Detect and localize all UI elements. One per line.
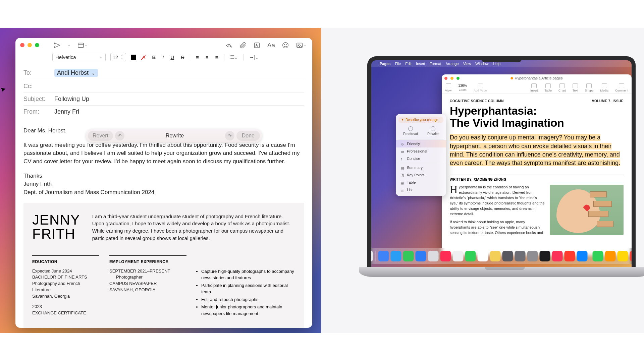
cc-field[interactable]: Cc: xyxy=(23,80,304,93)
from-field[interactable]: From: Jenny Fri xyxy=(23,106,304,118)
menubar-item[interactable]: Arrange xyxy=(445,62,459,66)
minimize-button[interactable] xyxy=(450,77,453,80)
dock-app-icon[interactable] xyxy=(593,251,603,261)
recipient-token[interactable]: Andi Herbst xyxy=(54,69,98,77)
dropcap: H xyxy=(450,185,459,194)
dock-app-icon[interactable] xyxy=(515,251,526,261)
minimize-button[interactable] xyxy=(28,43,32,47)
bold-button[interactable]: B xyxy=(151,54,157,60)
table-item[interactable]: ▦Table xyxy=(396,179,446,186)
dock-app-icon[interactable] xyxy=(371,251,373,261)
zoom-button[interactable]: 136%Zoom xyxy=(458,84,467,92)
dock-app-icon[interactable] xyxy=(391,251,401,261)
done-button[interactable]: Done xyxy=(236,131,260,141)
dock-app-icon[interactable] xyxy=(490,251,501,261)
list-item[interactable]: ☰List xyxy=(396,186,446,193)
send-icon[interactable] xyxy=(52,41,62,50)
close-button[interactable] xyxy=(20,43,24,47)
dock-app-icon[interactable] xyxy=(416,251,426,261)
header-fields: To: Andi Herbst Cc: Subject: Following U… xyxy=(15,62,312,118)
tone-concise-item[interactable]: ↕Concise xyxy=(396,155,446,162)
resume-bullet: Capture high-quality photographs to acco… xyxy=(201,268,296,281)
italic-button[interactable]: I xyxy=(161,54,165,60)
reply-icon[interactable] xyxy=(224,41,234,50)
describe-change-field[interactable]: ✦Describe your change xyxy=(398,117,443,123)
text-color-swatch[interactable] xyxy=(131,55,136,60)
font-family-select[interactable]: Helvetica⌄ xyxy=(52,53,106,61)
dock-app-icon[interactable] xyxy=(565,251,575,261)
attach-icon[interactable] xyxy=(238,41,248,50)
view-button[interactable]: View xyxy=(445,83,451,92)
undo-icon[interactable]: ↶ xyxy=(115,131,124,140)
strikethrough-button[interactable]: S xyxy=(180,54,185,60)
concise-label: Concise xyxy=(407,157,420,161)
dock-app-icon[interactable] xyxy=(605,251,616,261)
close-button[interactable] xyxy=(444,77,447,80)
dock-app-icon[interactable] xyxy=(630,251,632,261)
dock-app-icon[interactable] xyxy=(527,251,538,261)
laptop-bezel: Pages File Edit Insert Format Arrange Vi… xyxy=(367,56,636,267)
to-field[interactable]: To: Andi Herbst xyxy=(23,66,304,80)
zoom-button[interactable] xyxy=(35,43,39,47)
subject-field[interactable]: Subject: Following Up xyxy=(23,93,304,106)
dock-app-icon[interactable] xyxy=(577,251,588,261)
laptop-scene: Pages File Edit Insert Format Arrange Vi… xyxy=(321,28,644,333)
menubar-app-name[interactable]: Pages xyxy=(380,62,390,66)
send-menu-chevron-icon[interactable]: ⌄ xyxy=(66,42,72,48)
revert-button[interactable]: Revert xyxy=(88,131,113,141)
dock-app-icon[interactable] xyxy=(502,251,513,261)
insert-button[interactable]: Insert xyxy=(530,83,538,92)
table-button[interactable]: Table xyxy=(544,83,552,92)
zoom-button[interactable] xyxy=(457,77,460,80)
menubar-item[interactable]: Format xyxy=(430,62,441,66)
emoji-icon[interactable] xyxy=(280,41,290,50)
menubar-item[interactable]: Insert xyxy=(416,62,425,66)
dock-app-icon[interactable] xyxy=(540,251,550,261)
redo-icon[interactable]: ↷ xyxy=(225,131,234,140)
dock-app-icon[interactable] xyxy=(453,251,464,261)
photo-icon[interactable]: ⌄ xyxy=(294,41,308,50)
underline-button[interactable]: U xyxy=(169,54,175,60)
align-left-icon[interactable]: ≡ xyxy=(195,54,200,60)
dock-app-icon[interactable] xyxy=(552,251,563,261)
proofread-button[interactable]: Proofread xyxy=(403,126,418,136)
dock-separator xyxy=(376,251,376,261)
tone-friendly-item[interactable]: ☺Friendly xyxy=(396,140,446,147)
align-right-icon[interactable]: ≡ xyxy=(214,54,219,60)
clear-style-icon[interactable]: A xyxy=(141,54,146,60)
comment-button[interactable]: Comment xyxy=(615,83,628,92)
sig-name: Jenny Frith xyxy=(23,180,304,188)
add-page-button[interactable]: Add Page xyxy=(474,83,487,92)
media-label: Media xyxy=(600,89,608,92)
view-label: View xyxy=(445,89,451,92)
dock-app-icon[interactable] xyxy=(440,251,451,261)
menubar-item[interactable]: Edit xyxy=(405,62,412,66)
media-button[interactable]: Media xyxy=(600,83,608,92)
font-size-select[interactable]: 12⌃⌄ xyxy=(110,53,126,61)
rewrite-button[interactable]: Rewrite xyxy=(427,126,439,136)
font-icon[interactable]: Aa xyxy=(266,41,276,50)
text-button[interactable]: Text xyxy=(573,83,578,92)
summary-item[interactable]: ▤Summary xyxy=(396,164,446,171)
keypoints-item[interactable]: ⚿Key Points xyxy=(396,171,446,179)
list-icon[interactable]: ☰⌄ xyxy=(229,54,238,60)
dock-app-icon[interactable] xyxy=(378,251,389,261)
list-label: List xyxy=(407,188,413,192)
chart-button[interactable]: Chart xyxy=(558,83,566,92)
dock-app-icon[interactable] xyxy=(618,251,628,261)
dock-app-icon[interactable] xyxy=(428,251,439,261)
dock-app-icon[interactable] xyxy=(403,251,414,261)
header-fields-icon[interactable]: ⌄ xyxy=(76,41,89,50)
rewrite-label: Rewrite xyxy=(427,132,439,136)
dock-app-icon[interactable] xyxy=(465,251,476,261)
menubar-item[interactable]: View xyxy=(463,62,471,66)
tone-professional-item[interactable]: ▭Professional xyxy=(396,147,446,155)
align-center-icon[interactable]: ≡ xyxy=(205,54,210,60)
format-icon[interactable] xyxy=(252,41,262,50)
indent-icon[interactable]: →|⌄ xyxy=(248,54,260,60)
menubar-item[interactable]: File xyxy=(395,62,401,66)
document-page[interactable]: COGNITIVE SCIENCE COLUMN VOLUME 7, ISSUE… xyxy=(442,94,632,244)
shape-button[interactable]: Shape xyxy=(585,83,593,92)
dock-app-icon[interactable] xyxy=(478,251,488,261)
exp-item: SEPTEMBER 2021–PRESENT xyxy=(109,268,186,275)
